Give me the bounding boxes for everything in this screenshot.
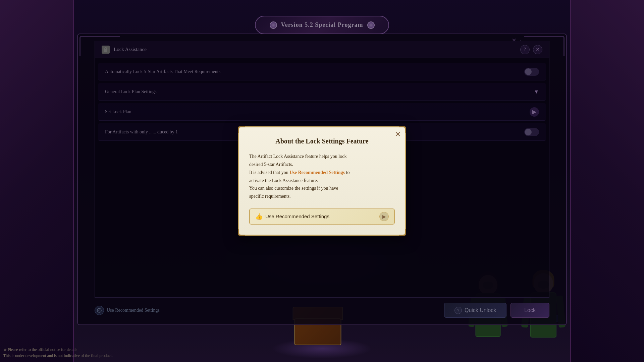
modal-use-recommended-button[interactable]: 👍 Use Recommended Settings ▶: [249, 208, 395, 225]
modal-body: The Artifact Lock Assistance feature hel…: [249, 153, 395, 200]
modal-btn-left: 👍 Use Recommended Settings: [255, 213, 329, 220]
modal-corner-tl: [238, 126, 245, 133]
modal-corner-br: [399, 229, 406, 236]
highlight-text: Use Recommended Settings: [289, 170, 345, 175]
modal-title: About the Lock Settings Feature: [249, 137, 395, 145]
thumbs-up-icon: 👍: [255, 213, 263, 220]
modal-action-label: Use Recommended Settings: [265, 214, 329, 219]
modal-corner-bl: [238, 229, 245, 236]
modal-btn-arrow-icon: ▶: [379, 212, 389, 221]
modal-close-button[interactable]: ✕: [395, 131, 401, 138]
modal-overlay: ✕ About the Lock Settings Feature The Ar…: [0, 0, 644, 362]
modal-dialog: ✕ About the Lock Settings Feature The Ar…: [238, 126, 406, 236]
